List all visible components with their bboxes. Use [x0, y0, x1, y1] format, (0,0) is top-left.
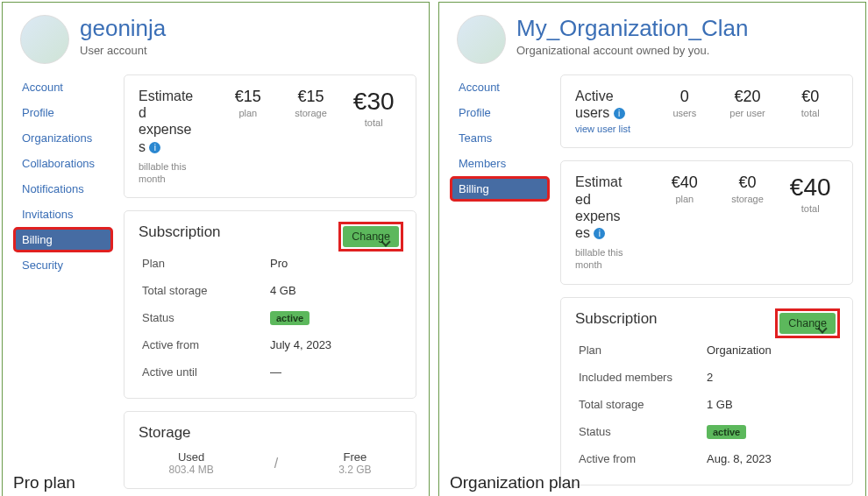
- sidebar-item-security[interactable]: Security: [15, 254, 111, 276]
- change-button[interactable]: Change: [343, 226, 399, 247]
- table-row: Included members2: [575, 364, 838, 391]
- subscription-heading: Subscription: [575, 310, 658, 328]
- sidebar-item-notifications[interactable]: Notifications: [15, 178, 111, 200]
- sidebar-item-invitations[interactable]: Invitations: [15, 203, 111, 225]
- expenses-card: Estimate d expense s i billable this mon…: [124, 74, 416, 198]
- info-icon[interactable]: i: [594, 228, 605, 239]
- sidebar-item-account[interactable]: Account: [15, 76, 111, 98]
- table-row: PlanPro: [139, 250, 402, 277]
- sidebar: AccountProfileTeamsMembersBilling: [452, 74, 548, 485]
- expenses-heading: Estimat ed expens es i: [575, 174, 650, 241]
- sidebar-item-profile[interactable]: Profile: [452, 102, 548, 124]
- sidebar-item-profile[interactable]: Profile: [15, 102, 111, 124]
- table-row: Active until—: [139, 358, 402, 386]
- panel-caption: Pro plan: [13, 473, 75, 492]
- expenses-card: Estimat ed expens es i billable this mon…: [560, 160, 853, 284]
- account-subtitle: User account: [80, 44, 166, 57]
- account-logo: [457, 15, 506, 64]
- active-users-card: Active users i view user list 0users €20…: [560, 74, 853, 148]
- account-title: My_Organization_Clan: [516, 15, 748, 42]
- expenses-note: billable this month: [575, 246, 650, 272]
- change-button[interactable]: Change: [779, 313, 836, 334]
- subscription-card: Subscription Change PlanOrganizationIncl…: [560, 297, 853, 485]
- expenses-note: billable this month: [139, 160, 213, 186]
- table-row: Active fromAug. 8, 2023: [575, 445, 838, 472]
- sidebar-item-organizations[interactable]: Organizations: [15, 127, 111, 149]
- org-plan-panel: My_Organization_Clan Organizational acco…: [438, 2, 866, 496]
- sidebar-item-billing[interactable]: Billing: [15, 229, 111, 251]
- info-icon[interactable]: i: [614, 108, 625, 119]
- status-badge: active: [707, 425, 746, 439]
- active-users-heading: Active users i: [575, 88, 650, 121]
- storage-heading: Storage: [139, 424, 402, 442]
- sidebar-item-members[interactable]: Members: [452, 152, 548, 174]
- table-row: Statusactive: [139, 304, 402, 331]
- sidebar-item-teams[interactable]: Teams: [452, 127, 548, 149]
- account-title: geoninja: [80, 15, 166, 42]
- table-row: Total storage4 GB: [139, 277, 402, 304]
- sidebar-item-collaborations[interactable]: Collaborations: [15, 152, 111, 174]
- table-row: PlanOrganization: [575, 337, 838, 364]
- subscription-card: Subscription Change PlanProTotal storage…: [124, 210, 416, 399]
- table-row: Statusactive: [575, 418, 838, 445]
- expenses-heading: Estimate d expense s i: [139, 88, 213, 155]
- info-icon[interactable]: i: [149, 142, 160, 153]
- account-logo: [20, 15, 69, 64]
- view-user-list-link[interactable]: view user list: [575, 124, 630, 134]
- table-row: Active fromJuly 4, 2023: [139, 331, 402, 358]
- table-row: Total storage1 GB: [575, 391, 838, 418]
- account-subtitle: Organizational account owned by you.: [516, 44, 748, 57]
- storage-card: Storage Used803.4 MB / Free3.2 GB: [124, 411, 416, 489]
- pro-plan-panel: geoninja User account AccountProfileOrga…: [2, 2, 430, 496]
- sidebar: AccountProfileOrganizationsCollaboration…: [15, 74, 111, 489]
- sidebar-item-billing[interactable]: Billing: [452, 178, 548, 200]
- subscription-heading: Subscription: [139, 223, 221, 241]
- panel-caption: Organization plan: [450, 473, 580, 492]
- sidebar-item-account[interactable]: Account: [452, 76, 548, 98]
- status-badge: active: [270, 311, 309, 325]
